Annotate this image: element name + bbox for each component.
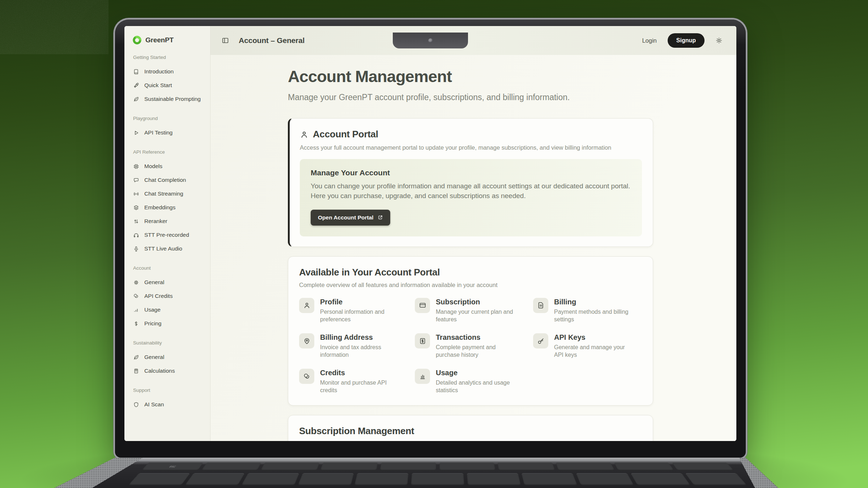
key [355,473,409,485]
sidebar-item-introduction[interactable]: Introduction [132,65,204,78]
chip-icon [133,163,139,170]
key [672,462,734,471]
sort-arrows-icon [133,218,139,224]
feature-description: Monitor and purchase API credits [320,379,400,394]
main-column: Account – General Login Signup Account M… [210,26,736,441]
sidebar-item-label: Pricing [144,320,161,327]
key-icon [537,337,545,345]
key [467,473,521,485]
feature-description: Detailed analytics and usage statistics [436,379,516,394]
feature-transactions: Transactions Complete payment and purcha… [415,333,533,359]
sidebar-item-label: General [144,354,164,360]
key [128,473,190,485]
key [556,462,615,471]
feature-icon-box [533,333,548,348]
feature-title: Profile [320,298,400,306]
key [576,473,634,485]
broadcast-icon [133,191,139,197]
top-bar-actions: Login Signup [642,33,723,48]
sidebar-item-label: Sustainable Prompting [144,96,201,102]
key [201,462,262,471]
headphones-icon [133,232,139,238]
sidebar-item-sustainable-prompting[interactable]: Sustainable Prompting [132,92,204,106]
keyboard-number-row [128,473,747,485]
sidebar-section-playground: Playground API Testing [132,116,204,140]
feature-title: Credits [320,369,400,377]
feature-icon-box [299,369,314,384]
manage-account-box: Manage Your Account You can change your … [300,159,642,236]
subscription-management-card: Subscription Management [288,415,653,441]
sidebar-item-stt-live-audio[interactable]: STT Live Audio [132,242,204,256]
sidebar-item-label: API Testing [144,129,173,136]
open-account-portal-button[interactable]: Open Account Portal [311,210,390,226]
sidebar-item-models[interactable]: Models [132,159,204,173]
sidebar-item-chat-completion[interactable]: Chat Completion [132,173,204,187]
sidebar-item-api-credits[interactable]: API Credits [132,289,204,303]
gear-icon [133,279,139,286]
bar-chart-icon [133,307,139,313]
feature-icon-box [415,369,430,384]
subscription-management-title: Subscription Management [299,425,642,437]
sidebar: GreenPT Getting Started Introduction Qui… [124,26,210,441]
laptop-notch [393,33,468,48]
map-pin-icon [303,337,311,345]
key [630,473,690,485]
feature-description: Invoice and tax address information [320,343,400,359]
key [411,473,464,485]
sidebar-item-label: Quick Start [144,82,172,89]
sidebar-toggle-icon[interactable] [221,37,229,44]
sidebar-item-stt-pre-recorded[interactable]: STT Pre-recorded [132,228,204,242]
key [439,462,496,471]
feature-billing-address: Billing Address Invoice and tax address … [299,333,415,359]
feature-title: Usage [436,369,516,377]
account-portal-title: Account Portal [313,129,378,140]
sidebar-item-reranker[interactable]: Reranker [132,214,204,228]
portal-features-card: Available in Your Account Portal Complet… [288,256,653,406]
keyboard: esc tab Q W E [105,462,771,488]
feature-credits: Credits Monitor and purchase API credits [299,369,415,394]
key [185,473,245,485]
sidebar-item-calculations[interactable]: Calculations [132,364,204,378]
sidebar-item-api-testing[interactable]: API Testing [132,126,204,140]
login-button[interactable]: Login [642,37,656,44]
sidebar-item-ai-scan[interactable]: AI Scan [132,398,204,411]
sidebar-item-chat-streaming[interactable]: Chat Streaming [132,187,204,201]
dollar-icon [133,321,139,327]
feature-api-keys: API Keys Generate and manage your API ke… [533,333,642,359]
sidebar-section-label: Playground [133,116,204,121]
sidebar-item-label: Usage [144,307,161,313]
sidebar-section-sustainability: Sustainability General Calculations [132,340,204,378]
sidebar-item-label: General [144,279,164,286]
account-portal-description: Access your full account management port… [300,144,642,151]
chat-bubble-icon [133,177,139,183]
feature-description: Generate and manage your API keys [554,343,634,359]
coins-icon [133,293,139,299]
logo[interactable]: GreenPT [132,35,204,45]
sidebar-item-usage[interactable]: Usage [132,303,204,317]
leaf-icon [133,354,139,360]
sidebar-item-label: Chat Streaming [144,191,183,197]
shield-icon [133,402,139,408]
key [614,462,675,471]
sidebar-item-quick-start[interactable]: Quick Start [132,78,204,92]
feature-icon-box [533,298,548,313]
sidebar-item-pricing[interactable]: Pricing [132,317,204,330]
layers-icon [133,205,139,211]
sidebar-item-label: Introduction [144,68,174,75]
feature-title: Billing [554,298,634,306]
feature-icon-box [299,333,314,348]
sidebar-item-label: AI Scan [144,401,164,408]
laptop-display: GreenPT Getting Started Introduction Qui… [124,26,736,441]
breadcrumb: Account – General [239,36,305,45]
rocket-icon [133,82,139,89]
sidebar-item-account-general[interactable]: General [132,275,204,289]
signup-button[interactable]: Signup [668,33,705,48]
sidebar-item-label: API Credits [144,293,173,299]
feature-icon-box [415,298,430,313]
person-icon [303,301,311,309]
sidebar-item-embeddings[interactable]: Embeddings [132,201,204,214]
theme-toggle-sun-icon[interactable] [715,37,723,44]
sidebar-item-sustainability-general[interactable]: General [132,350,204,364]
play-icon [133,130,139,136]
sidebar-section-label: Support [133,388,204,393]
